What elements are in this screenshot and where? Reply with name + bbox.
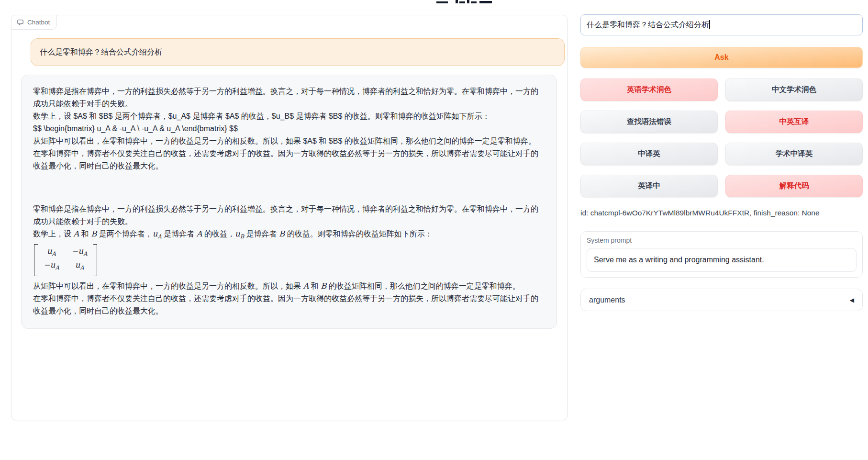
bot-paragraph: 在零和博弈中，博弈者不仅要关注自己的收益，还需要考虑对手的收益。因为一方取得的收…: [33, 292, 545, 317]
bot-answer-rendered: 零和博弈是指在博弈中，一方的利益损失必然等于另一方的利益增益。换言之，对于每一种…: [33, 203, 545, 317]
chatbot-panel-label-text: Chatbot: [27, 19, 50, 26]
response-meta-text: id: chatcmpl-6wOo7KrYTwMl89lbrMWRu4UkFFX…: [580, 209, 863, 217]
button-academic-zh-to-en[interactable]: 学术中译英: [725, 143, 863, 165]
button-chinese-academic-polish[interactable]: 中文学术润色: [725, 79, 863, 101]
button-explain-code[interactable]: 解释代码: [725, 175, 863, 197]
app-page: 什么是零和博弈？结合公式介绍分析 零和博弈是指在博弈中，一方的利益损失必然等于另…: [0, 0, 868, 460]
chatbot-panel-label: Chatbot: [11, 15, 57, 30]
matrix-right-bracket: [93, 244, 97, 276]
matrix-cell: −uA: [44, 259, 59, 273]
bot-paragraph-math: 从矩阵中可以看出，在零和博弈中，一方的收益是另一方的相反数。所以，如果 A 和 …: [33, 280, 545, 292]
arguments-accordion[interactable]: arguments ◀: [580, 289, 863, 311]
ask-button[interactable]: Ask: [580, 47, 863, 68]
user-message-bubble: 什么是零和博弈？结合公式介绍分析: [31, 38, 565, 66]
paragraph-gap: [33, 172, 545, 203]
matrix-cell: −uA: [72, 246, 88, 259]
bot-paragraph: 从矩阵中可以看出，在零和博弈中，一方的收益是另一方的相反数。所以，如果 $A$ …: [33, 135, 545, 147]
question-input[interactable]: 什么是零和博弈？结合公式介绍分析: [580, 14, 863, 35]
button-chinese-to-english[interactable]: 中译英: [580, 143, 718, 165]
chatbot-panel: 什么是零和博弈？结合公式介绍分析 零和博弈是指在博弈中，一方的利益损失必然等于另…: [11, 15, 568, 420]
matrix-cell: uA: [44, 246, 59, 259]
bot-paragraph: 零和博弈是指在博弈中，一方的利益损失必然等于另一方的利益增益。换言之，对于每一种…: [33, 203, 545, 228]
payoff-matrix: uA −uA −uA uA: [34, 244, 97, 276]
system-prompt-input[interactable]: Serve me as a writing and programming as…: [587, 248, 857, 272]
clipped-page-title: [436, 0, 495, 4]
button-zh-en-mutual-translate[interactable]: 中英互译: [725, 111, 863, 133]
bot-paragraph: 在零和博弈中，博弈者不仅要关注自己的收益，还需要考虑对手的收益。因为一方取得的收…: [33, 147, 545, 172]
accordion-collapsed-icon: ◀: [850, 297, 854, 303]
button-find-grammar-errors[interactable]: 查找语法错误: [580, 111, 718, 133]
quick-action-grid: 英语学术润色 中文学术润色 查找语法错误 中英互译 中译英 学术中译英 英译中 …: [580, 79, 863, 197]
matrix-cell: uA: [72, 259, 88, 273]
system-prompt-label: System prompt: [587, 236, 857, 244]
arguments-accordion-label: arguments: [589, 296, 625, 304]
matrix-left-bracket: [34, 244, 38, 276]
bot-paragraph: 零和博弈是指在博弈中，一方的利益损失必然等于另一方的利益增益。换言之，对于每一种…: [33, 85, 545, 110]
bot-paragraph-latex-source: $$ \begin{bmatrix} u_A & -u_A \ -u_A & u…: [33, 123, 545, 135]
bot-paragraph: 数学上，设 $A$ 和 $B$ 是两个博弈者，$u_A$ 是博弈者 $A$ 的收…: [33, 110, 545, 123]
system-prompt-block: System prompt Serve me as a writing and …: [580, 231, 863, 278]
button-english-to-chinese[interactable]: 英译中: [580, 175, 718, 197]
user-message-text: 什么是零和博弈？结合公式介绍分析: [40, 48, 162, 56]
system-prompt-value: Serve me as a writing and programming as…: [594, 256, 764, 264]
bot-answer-raw: 零和博弈是指在博弈中，一方的利益损失必然等于另一方的利益增益。换言之，对于每一种…: [33, 85, 545, 172]
button-english-academic-polish[interactable]: 英语学术润色: [580, 79, 718, 101]
bot-message-bubble: 零和博弈是指在博弈中，一方的利益损失必然等于另一方的利益增益。换言之，对于每一种…: [21, 75, 557, 329]
text-cursor: [709, 20, 710, 29]
chat-message-list[interactable]: 什么是零和博弈？结合公式介绍分析 零和博弈是指在博弈中，一方的利益损失必然等于另…: [11, 15, 567, 420]
bot-paragraph-math: 数学上，设 A 和 B 是两个博弈者，uA 是博弈者 A 的收益，uB 是博弈者…: [33, 228, 545, 243]
chat-bubble-icon: [17, 19, 24, 26]
question-input-value: 什么是零和博弈？结合公式介绍分析: [587, 21, 709, 29]
